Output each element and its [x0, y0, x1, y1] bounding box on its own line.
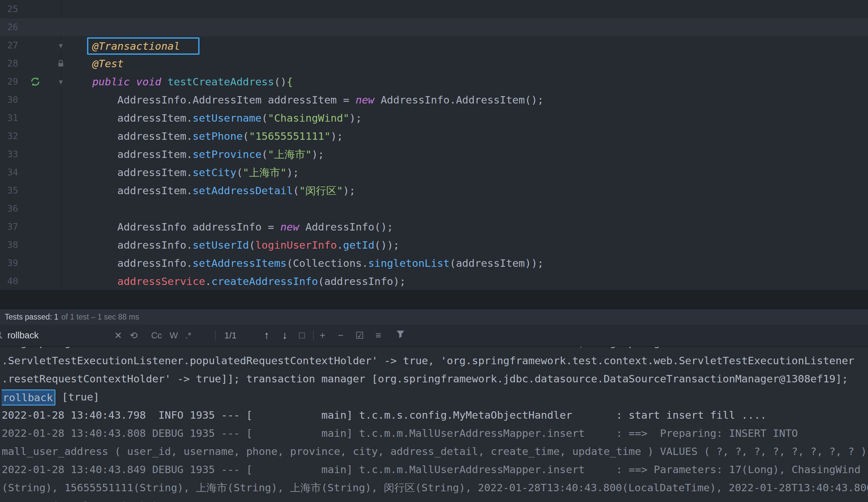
console-line: 0:43.800(LocalDateTime) ): [2, 496, 868, 502]
fold-icon[interactable]: ▾: [55, 76, 66, 88]
editor-line-30[interactable]: 30 AddressInfo.AddressItem addressItem =…: [0, 91, 868, 109]
code-token: (addressItem));: [450, 257, 544, 269]
code-token: setCity: [193, 166, 237, 178]
code-token: setAddressDetail: [193, 184, 293, 197]
code-token: setPhone: [193, 130, 242, 142]
code-token: AddressInfo();: [305, 221, 393, 233]
search-match-highlight: rollback: [2, 389, 55, 406]
code-token: AddressInfo addressInfo =: [67, 221, 280, 233]
console-text: mall_user_address ( user_id, username, p…: [2, 445, 867, 457]
gutter-lock-icon[interactable]: [56, 59, 65, 68]
line-number[interactable]: 30: [0, 91, 18, 109]
code-token: .: [337, 239, 343, 251]
code-editor[interactable]: 252627▾ @Transactional28 @Test29▾ public…: [0, 0, 868, 290]
exclude-filter-icon[interactable]: −: [338, 330, 343, 341]
editor-line-32[interactable]: 32 addressItem.setPhone("15655551111");: [0, 127, 868, 145]
console-line: 2022-01-28 13:40:43.808 DEBUG 1935 --- […: [2, 424, 868, 442]
editor-line-34[interactable]: 34 addressItem.setCity("上海市");: [0, 163, 868, 182]
console-text: 0:43.800(LocalDateTime) ): [2, 500, 158, 502]
code-token: singletonList: [368, 257, 450, 269]
code-text: public void testCreateAddress(){: [67, 73, 868, 91]
line-number[interactable]: 29: [0, 73, 18, 91]
code-text: addressItem.setAddressDetail("闵行区");: [67, 182, 868, 199]
editor-line-26[interactable]: 26: [0, 18, 868, 36]
panel-splitter[interactable]: [0, 290, 868, 309]
close-icon[interactable]: ✕: [114, 330, 122, 341]
code-token: );: [331, 130, 343, 142]
console-output[interactable]: 'org.springframework.test.context.web.Se…: [0, 347, 868, 502]
line-number[interactable]: 35: [0, 182, 18, 199]
code-token: [67, 75, 92, 88]
code-token: addressService: [117, 275, 205, 287]
line-filter-icon[interactable]: ≡: [375, 330, 381, 341]
console-line: rollback [true]: [2, 388, 868, 406]
code-token: ());: [374, 239, 400, 251]
code-token: "15655551111": [249, 130, 331, 142]
line-number[interactable]: 37: [0, 218, 18, 236]
code-token: .: [205, 275, 211, 287]
line-number[interactable]: 32: [0, 127, 18, 145]
line-number[interactable]: 33: [0, 145, 18, 163]
line-number[interactable]: 40: [0, 272, 18, 290]
line-number[interactable]: 38: [0, 236, 18, 254]
code-text: addressItem.setPhone("15655551111");: [67, 127, 868, 145]
add-filter-icon[interactable]: +: [320, 330, 325, 341]
match-count: 1/1: [224, 330, 237, 341]
code-token: loginUserInfo: [255, 239, 337, 251]
prev-match-icon[interactable]: ↑: [264, 329, 269, 341]
editor-line-25[interactable]: 25: [0, 0, 868, 18]
whole-words-toggle[interactable]: W: [169, 330, 178, 341]
code-token: (: [237, 166, 243, 178]
line-number[interactable]: 34: [0, 163, 18, 182]
line-number[interactable]: 31: [0, 109, 18, 127]
code-token: new: [280, 221, 306, 233]
editor-line-38[interactable]: 38 addressInfo.setUserId(loginUserInfo.g…: [0, 236, 868, 254]
code-token: addressItem.: [67, 112, 193, 124]
console-text: [true]: [55, 391, 100, 403]
line-number[interactable]: 26: [0, 18, 18, 36]
console-line: 2022-01-28 13:40:43.849 DEBUG 1935 --- […: [2, 460, 868, 479]
code-token: addressItem.: [67, 166, 193, 178]
editor-line-27[interactable]: 27▾ @Transactional: [0, 36, 868, 54]
code-token: (Collections.: [287, 257, 368, 269]
editor-line-39[interactable]: 39 addressInfo.setAddressItems(Collectio…: [0, 254, 868, 272]
code-token: public void: [92, 75, 168, 88]
match-case-toggle[interactable]: Cc: [151, 330, 162, 341]
fold-icon[interactable]: ▾: [55, 40, 66, 51]
console-text: 2022-01-28 13:40:43.798 INFO 1935 --- [ …: [2, 409, 766, 421]
line-number[interactable]: 25: [0, 0, 18, 18]
next-match-icon[interactable]: ↓: [282, 329, 288, 341]
code-text: addressInfo.setUserId(loginUserInfo.getI…: [67, 236, 868, 254]
editor-line-35[interactable]: 35 addressItem.setAddressDetail("闵行区");: [0, 182, 868, 199]
search-history-icon[interactable]: ⟲: [130, 330, 137, 341]
code-token: AddressInfo.AddressItem();: [381, 94, 544, 106]
run-test-passed-icon[interactable]: [30, 76, 40, 87]
console-line: (String), 15655551111(String), 上海市(Strin…: [2, 479, 868, 496]
line-number[interactable]: 39: [0, 254, 18, 272]
code-token: AddressInfo.AddressItem addressItem =: [67, 94, 356, 106]
select-all-matches-icon[interactable]: □: [299, 330, 305, 341]
line-number[interactable]: 36: [0, 199, 18, 218]
line-number[interactable]: 28: [0, 54, 18, 73]
editor-line-33[interactable]: 33 addressItem.setProvince("上海市");: [0, 145, 868, 163]
edit-filter-icon[interactable]: ☑: [355, 330, 364, 341]
code-token: addressItem.: [67, 184, 193, 197]
code-token: (: [262, 112, 268, 124]
editor-line-37[interactable]: 37 AddressInfo addressInfo = new Address…: [0, 218, 868, 236]
code-text: @Transactional: [67, 36, 868, 55]
filter-funnel-icon[interactable]: [396, 330, 405, 341]
code-token: addressItem.: [67, 130, 193, 142]
editor-line-40[interactable]: 40 addressService.createAddressInfo(addr…: [0, 272, 868, 290]
regex-toggle[interactable]: .*: [185, 330, 191, 341]
code-token: (addressInfo);: [318, 275, 406, 287]
editor-line-36[interactable]: 36: [0, 199, 868, 218]
console-text: 'org.springframework.test.context.web.Se…: [2, 347, 823, 348]
editor-line-28[interactable]: 28 @Test: [0, 54, 868, 73]
line-number[interactable]: 27: [0, 36, 18, 54]
editor-line-31[interactable]: 31 addressItem.setUsername("ChasingWind"…: [0, 109, 868, 127]
search-input[interactable]: rollback: [7, 330, 39, 341]
console-line: 2022-01-28 13:40:43.798 INFO 1935 --- [ …: [2, 406, 868, 424]
code-token: [67, 275, 117, 287]
editor-line-29[interactable]: 29▾ public void testCreateAddress(){: [0, 73, 868, 91]
search-icon[interactable]: [0, 329, 3, 342]
